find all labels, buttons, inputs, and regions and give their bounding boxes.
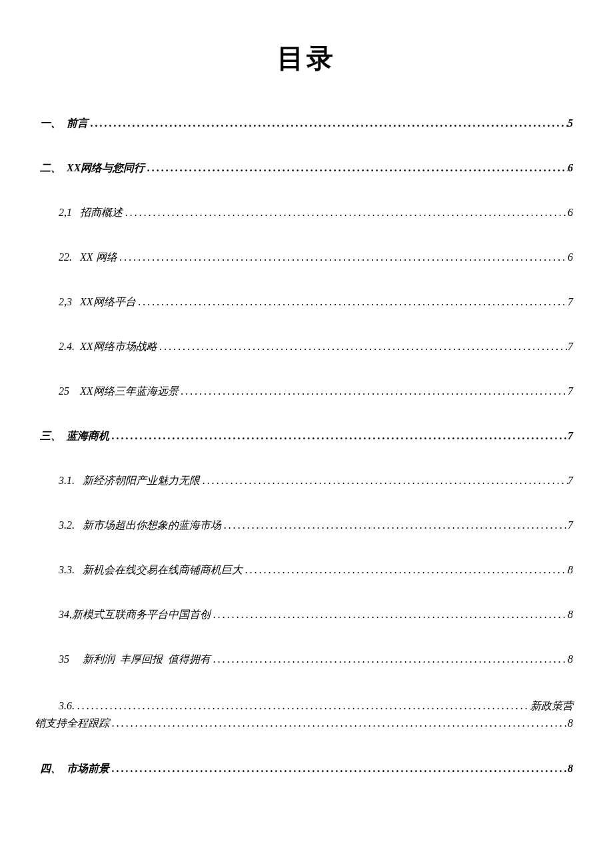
toc-dots: ........................................… [88,117,568,129]
toc-entry: 3.1. 新经济朝阳产业魅力无限........................… [40,474,573,488]
toc-page: 7 [568,475,573,487]
toc-page: 6 [568,251,573,263]
toc-num: 一、 [40,117,61,131]
toc-page: 5 [568,117,573,129]
toc-num: 25 [59,385,69,397]
toc-page: 8 [568,763,573,775]
toc-label: 招商概述 [72,206,123,220]
toc-dots: ........................................… [75,697,530,715]
toc-entry: 22. XX 网络...............................… [40,251,573,265]
toc-page: 7 [568,519,573,531]
toc-num: 3.1. [59,475,75,487]
toc-label: 新机会在线交易在线商铺商机巨大 [75,563,243,577]
toc-entry: 34,新模式互联商务平台中国首创........................… [40,608,573,622]
toc-page: 6 [568,207,573,219]
toc-entry: 3.3. 新机会在线交易在线商铺商机巨大....................… [40,563,573,577]
toc-label: XX网络平台 [72,295,136,309]
toc-entry: 35 新利润 丰厚回报 值得拥有........................… [40,653,573,667]
toc-dots: ........................................… [157,341,568,353]
toc-dots: ........................................… [109,763,568,775]
toc-page: 7 [568,385,573,397]
toc-label: 新模式互联商务平台中国首创 [72,608,211,622]
toc-dots: ........................................… [123,207,568,219]
toc-dots: ........................................… [117,251,568,263]
toc-label-part2: 销支持全程跟踪 [35,715,109,732]
toc-page: 8 [568,653,573,665]
toc-entry: 二、 XX网络与您同行.............................… [40,161,573,175]
toc-label: 前言 [61,117,88,131]
toc-page: 8 [568,715,573,732]
toc-dots: ........................................… [243,564,568,576]
toc-dots: ........................................… [179,385,568,397]
toc-entry: 2,3 XX网络平台..............................… [40,295,573,309]
toc-num: 2,1 [59,207,72,219]
toc-page: 6 [568,162,573,174]
toc-label-part1: 新政策营 [530,697,573,715]
toc-dots: ........................................… [221,519,568,531]
toc-wrapped-entry: 3.6. ...................................… [40,697,573,731]
toc-dots: ........................................… [200,475,568,487]
toc-num: 四、 [40,762,61,776]
toc-list: 一、 前言...................................… [40,117,573,667]
toc-label: XX网络与您同行 [61,161,145,175]
toc-label: 蓝海商机 [61,429,109,443]
toc-page: 8 [568,564,573,576]
toc-last: 四、 市场前景.................................… [40,762,573,776]
toc-dots: ........................................… [211,653,568,665]
toc-dots: ........................................… [145,162,568,174]
toc-page: 8 [568,609,573,621]
toc-label: 新市场超出你想象的蓝海市场 [75,519,221,533]
toc-num: 2,3 [59,296,72,308]
toc-entry: 25 XX网络三年蓝海远景...........................… [40,385,573,399]
toc-dots: ........................................… [109,715,568,732]
toc-num: 34, [59,609,72,621]
toc-dots: ........................................… [136,296,568,308]
toc-label: 新经济朝阳产业魅力无限 [75,474,200,488]
toc-page: 7 [568,341,573,353]
toc-label: XX网络市场战略 [75,340,157,354]
toc-num: 22. [59,251,72,263]
toc-label: 新利润 丰厚回报 值得拥有 [69,653,211,667]
toc-label: XX网络三年蓝海远景 [69,385,179,399]
toc-entry: 四、 市场前景.................................… [40,762,573,776]
toc-entry: 3.2. 新市场超出你想象的蓝海市场......................… [40,519,573,533]
toc-entry: 一、 前言...................................… [40,117,573,131]
toc-entry: 三、 蓝海商机.................................… [40,429,573,443]
toc-num: 三、 [40,429,61,443]
toc-num: 3.2. [59,519,75,531]
toc-num: 二、 [40,161,61,175]
toc-label: 市场前景 [61,762,109,776]
toc-page: 7 [568,296,573,308]
toc-num: 2.4. [59,341,75,353]
toc-page: 7 [568,430,573,442]
toc-num: 35 [59,653,69,665]
toc-entry: 2.4. XX网络市场战略...........................… [40,340,573,354]
toc-dots: ........................................… [109,430,568,442]
toc-num: 3.6. [59,697,75,715]
toc-entry: 2,1 招商概述................................… [40,206,573,220]
toc-dots: ........................................… [211,609,568,621]
toc-num: 3.3. [59,564,75,576]
toc-label: XX 网络 [72,251,117,265]
toc-title: 目录 [40,40,573,77]
